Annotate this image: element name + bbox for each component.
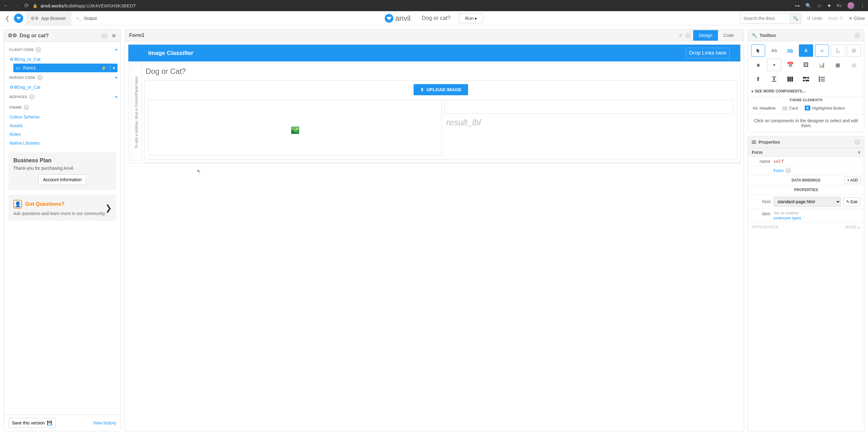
help-icon[interactable]: ? — [855, 33, 860, 38]
edit-html-button[interactable]: ✎ Edit — [843, 197, 860, 206]
help-icon[interactable]: ? — [37, 75, 43, 80]
theme-colour-scheme[interactable]: Colour Scheme — [7, 113, 118, 121]
add-service[interactable]: + — [115, 94, 118, 99]
theme-highlighted-button[interactable]: AHighlighted Button — [805, 106, 845, 111]
browser-reload[interactable]: ⟳ — [24, 2, 29, 9]
theme-card[interactable]: ▯▯Card — [782, 106, 798, 111]
tool-textarea[interactable]: abc| — [831, 45, 845, 57]
form-link[interactable]: Form — [773, 168, 784, 173]
services-section: SERVICES? — [7, 91, 37, 102]
item-type-link[interactable]: (unknown type) — [773, 215, 801, 220]
theme-roles[interactable]: Roles — [7, 130, 118, 139]
tool-column-panel[interactable] — [783, 73, 797, 85]
help-icon[interactable]: ? — [785, 168, 791, 173]
appearance-section[interactable]: APPEARANCE MORE ▴ — [748, 223, 864, 232]
tool-datepicker[interactable]: 📅 — [783, 59, 797, 71]
help-icon[interactable]: ? — [685, 33, 691, 38]
tool-linear-panel[interactable] — [815, 73, 829, 85]
module-label: Dog_or_Cat — [17, 57, 41, 62]
tool-fileloader[interactable]: ⬆ — [751, 73, 765, 85]
run-button[interactable]: Run ▸ — [459, 13, 483, 23]
tool-flow-panel[interactable] — [799, 73, 813, 85]
tool-radio[interactable]: ◉ — [751, 59, 765, 71]
form-titlebar[interactable]: Image Classifier Drop Links here — [128, 45, 740, 61]
tool-label[interactable]: Ab — [767, 45, 781, 57]
close-button[interactable]: ✕ Close — [849, 16, 865, 21]
add-server-code[interactable]: + — [115, 75, 118, 80]
profile-avatar[interactable] — [847, 2, 855, 9]
search-button[interactable]: 🔍 — [790, 13, 801, 23]
promo-card[interactable]: 👤Got Questions? Ask questions and learn … — [8, 195, 116, 221]
more-toggle[interactable]: MORE ▴ — [845, 225, 860, 229]
tool-repeating-panel[interactable]: ▤ — [847, 59, 861, 71]
zoom-icon[interactable]: 🔍 — [805, 3, 812, 9]
right-column: 🔧 Toolbox ? Ab Ab A a| abc| ☑ ◉ ▾ 📅 🖼 📊 … — [748, 29, 864, 431]
star-icon[interactable]: ☆ — [817, 3, 822, 9]
help-icon[interactable]: ? — [36, 47, 41, 52]
form-canvas[interactable]: Image Classifier Drop Links here To add … — [128, 45, 741, 163]
tab-output[interactable]: >_ Output — [71, 11, 102, 25]
browser-url[interactable]: anvil.works/build#app:UJK4VEWGH5K3BEDT — [41, 3, 136, 8]
playlist-icon[interactable]: ≡♪ — [837, 3, 842, 8]
browser-forward[interactable]: → — [13, 2, 19, 9]
expand-icon[interactable]: ⤢ — [676, 33, 685, 38]
tool-dropdown[interactable]: ▾ — [767, 59, 781, 71]
tool-image[interactable]: 🖼 — [799, 59, 813, 71]
extensions-icon[interactable]: ✦ — [827, 3, 831, 9]
form-section-header[interactable]: Form▾ — [748, 148, 864, 157]
tool-textbox[interactable]: a| — [815, 45, 829, 57]
theme-assets[interactable]: Assets — [7, 121, 118, 130]
see-more-components[interactable]: ▸ SEE MORE COMPONENTS… — [748, 87, 864, 96]
name-value[interactable]: self — [773, 159, 784, 164]
help-icon[interactable]: ? — [101, 33, 107, 38]
result-column[interactable]: result_lbl — [444, 99, 733, 155]
key-icon[interactable]: ⊶ — [795, 3, 800, 9]
help-icon[interactable]: ? — [24, 105, 29, 110]
settings-gear-icon[interactable]: ⚙ — [107, 29, 121, 42]
add-binding-button[interactable]: + ADD — [844, 177, 861, 184]
tool-pointer[interactable] — [751, 45, 765, 57]
card-panel[interactable]: ⬆ UPLOAD IMAGE result_lbl — [145, 80, 737, 160]
undo-button[interactable]: ↺ Undo — [807, 16, 822, 21]
upload-image-button[interactable]: ⬆ UPLOAD IMAGE — [413, 84, 468, 95]
html-select[interactable]: standard-page.html — [773, 197, 841, 207]
tab-design[interactable]: Design — [693, 30, 718, 41]
form1-item[interactable]: ▭ Form1 ⚡ ▾ — [13, 64, 118, 72]
tool-link[interactable]: Ab — [783, 45, 797, 57]
tool-datagrid[interactable]: ▦ — [831, 59, 845, 71]
tool-spacer[interactable] — [767, 73, 781, 85]
anvil-logo-icon[interactable] — [14, 13, 23, 23]
search-input[interactable] — [740, 13, 790, 23]
tool-button[interactable]: A — [799, 45, 813, 57]
search-docs[interactable]: 🔍 — [740, 13, 801, 24]
add-client-code[interactable]: + — [115, 47, 118, 52]
dropdown-icon[interactable]: ▾ — [110, 65, 115, 70]
kebab-menu-icon[interactable]: ⋮ — [860, 3, 865, 9]
tab-app-browser[interactable]: ⚙⚙ App Browser — [26, 11, 71, 25]
account-info-button[interactable]: Account Information — [38, 174, 87, 185]
upload-icon: ⬆ — [421, 87, 424, 92]
svg-rect-10 — [819, 77, 820, 78]
plan-card: Business Plan Thank-you for purchasing A… — [8, 152, 116, 190]
heading-label[interactable]: Dog or Cat? — [145, 64, 737, 80]
theme-native-libraries[interactable]: Native Libraries — [7, 139, 118, 147]
save-version-button[interactable]: Save this version 💾 — [8, 418, 56, 428]
module-server[interactable]: ⚙⚙ Dog_or_Cat — [7, 83, 118, 91]
help-icon[interactable]: ? — [855, 139, 860, 145]
main-drop-area[interactable]: Dog or Cat? ⬆ UPLOAD IMAGE — [145, 61, 740, 163]
redo-button[interactable]: Redo ↻ — [828, 16, 843, 21]
nav-back-icon[interactable]: ❮ — [3, 13, 11, 23]
view-history-link[interactable]: View history — [93, 420, 116, 425]
tool-checkbox[interactable]: ☑ — [847, 45, 861, 57]
tab-code[interactable]: Code — [718, 30, 739, 41]
drop-links-zone[interactable]: Drop Links here — [686, 48, 730, 58]
module-client[interactable]: ⚙⚙ Dog_or_Cat — [7, 55, 118, 64]
tool-plot[interactable]: 📊 — [815, 59, 829, 71]
help-icon[interactable]: ? — [29, 94, 35, 99]
drop-slot[interactable] — [444, 99, 733, 114]
browser-back[interactable]: ← — [3, 2, 9, 9]
result-label[interactable]: result_lbl — [444, 116, 733, 129]
image-placeholder-column[interactable] — [149, 99, 442, 155]
theme-headline[interactable]: AbHeadline — [752, 106, 776, 111]
sidebar-drop-zone[interactable]: To add a sidebar, drop a ColumnPanel her… — [131, 64, 142, 161]
